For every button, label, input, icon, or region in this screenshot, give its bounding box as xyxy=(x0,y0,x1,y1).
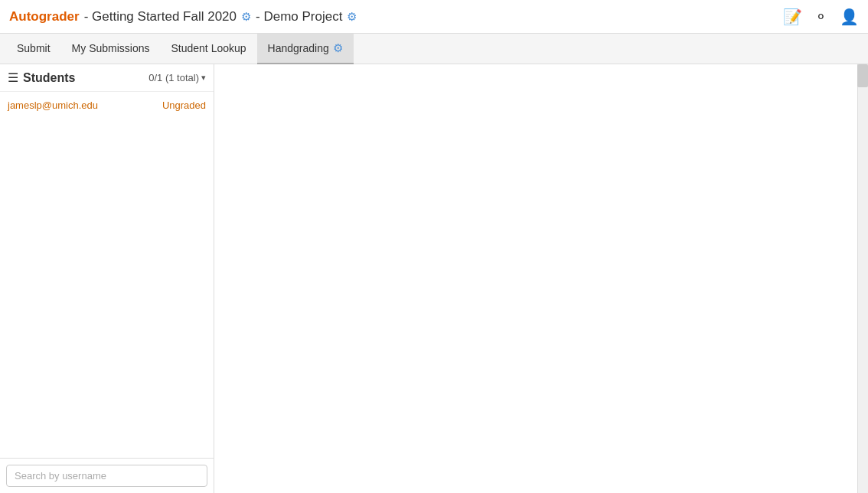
navbar: Submit My Submissions Student Lookup Han… xyxy=(0,34,868,64)
app-header: Autograder - Getting Started Fall 2020 ⚙… xyxy=(0,0,868,34)
nav-my-submissions[interactable]: My Submissions xyxy=(61,34,161,64)
sidebar-count[interactable]: 0/1 (1 total) ▾ xyxy=(148,72,206,83)
nav-student-lookup[interactable]: Student Lookup xyxy=(161,34,257,64)
sidebar-header: ☰ Students 0/1 (1 total) ▾ xyxy=(0,64,214,92)
sidebar-title: Students xyxy=(23,71,75,85)
sidebar-title-area: ☰ Students xyxy=(8,70,75,85)
main-layout: ☰ Students 0/1 (1 total) ▾ jameslp@umich… xyxy=(0,64,868,493)
app-name: Autograder xyxy=(9,9,80,24)
course-gear-icon[interactable]: ⚙ xyxy=(241,10,251,24)
scrollbar-thumb[interactable] xyxy=(857,64,868,87)
student-status: Ungraded xyxy=(162,100,206,111)
nav-handgrading[interactable]: Handgrading ⚙ xyxy=(257,34,354,64)
header-right: 📝 ⚬ 👤 xyxy=(783,8,859,26)
handgrading-gear-icon[interactable]: ⚙ xyxy=(333,41,343,55)
sidebar-count-text: 0/1 (1 total) xyxy=(148,72,199,83)
user-icon[interactable]: 👤 xyxy=(840,8,859,26)
header-project: - Demo Project xyxy=(256,9,342,24)
student-email: jameslp@umich.edu xyxy=(8,100,98,111)
search-input[interactable] xyxy=(6,465,207,487)
project-gear-icon[interactable]: ⚙ xyxy=(347,10,357,24)
sidebar-search xyxy=(0,458,214,493)
student-row[interactable]: jameslp@umich.edu Ungraded xyxy=(0,95,214,116)
scrollbar-track xyxy=(857,64,868,493)
student-list: jameslp@umich.edu Ungraded xyxy=(0,92,214,493)
header-course: - Getting Started Fall 2020 xyxy=(84,9,237,24)
main-content xyxy=(214,64,868,493)
nav-handgrading-label: Handgrading xyxy=(268,42,329,54)
doc-icon[interactable]: 📝 xyxy=(783,8,802,26)
sidebar-dropdown-arrow: ▾ xyxy=(201,73,206,83)
nav-submit[interactable]: Submit xyxy=(6,34,61,64)
header-left: Autograder - Getting Started Fall 2020 ⚙… xyxy=(9,9,357,24)
github-icon[interactable]: ⚬ xyxy=(814,8,827,26)
hamburger-icon: ☰ xyxy=(8,70,18,85)
sidebar: ☰ Students 0/1 (1 total) ▾ jameslp@umich… xyxy=(0,64,214,493)
